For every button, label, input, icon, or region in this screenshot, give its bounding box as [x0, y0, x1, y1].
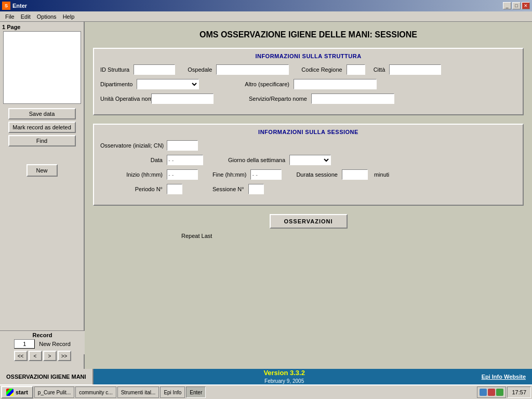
codice-regione-input[interactable]: [347, 64, 365, 75]
mark-deleted-button[interactable]: Mark record as deleted: [8, 122, 76, 133]
content-area: OMS OSSERVAZIONE IGIENE DELLE MANI: SESS…: [85, 22, 532, 384]
system-tray: [477, 387, 506, 398]
main-window: S Enter _ □ ✕ File Edit Options Help 1 P…: [0, 0, 532, 384]
date-text: February 9, 2005: [264, 378, 304, 384]
new-record-label: New Record: [39, 341, 71, 347]
status-center: Version 3.3.2 February 9, 2005: [94, 369, 475, 384]
windows-logo-icon: [6, 389, 14, 396]
menu-file[interactable]: File: [2, 12, 18, 21]
save-button[interactable]: Save data: [8, 108, 76, 119]
unita-operativa-input[interactable]: [151, 94, 214, 104]
fine-input[interactable]: [250, 169, 282, 180]
nav-first-button[interactable]: <<: [14, 351, 28, 361]
title-bar-controls: _ □ ✕: [503, 2, 530, 9]
altro-label: Altro (specificare): [245, 81, 289, 87]
record-label: Record: [33, 332, 52, 338]
struttura-row1: ID Struttura Ospedale Codice Regione Cit…: [100, 64, 516, 75]
periodo-input[interactable]: [167, 184, 182, 194]
close-button[interactable]: ✕: [522, 2, 530, 9]
id-struttura-input[interactable]: [134, 64, 175, 75]
title-bar: S Enter _ □ ✕: [0, 0, 532, 11]
codice-regione-label: Codice Regione: [301, 66, 342, 73]
sessione-row2: Data Giorno della settimana Lunedì Marte…: [100, 155, 516, 165]
struttura-section: INFORMAZIONI SULLA STRUTTURA ID Struttur…: [93, 48, 524, 115]
tray-icon-2: [488, 389, 495, 396]
page-thumbnail: [3, 31, 81, 104]
osservatore-label: Osservatore (iniziali; CN): [100, 142, 163, 149]
struttura-row3: Unità Operativa nome Servizio/Reparto no…: [100, 94, 516, 104]
start-label: start: [16, 389, 28, 395]
sessione-section: INFORMAZIONI SULLA SESSIONE Osservatore …: [93, 124, 524, 206]
record-number-input[interactable]: [14, 339, 35, 349]
page-title: OMS OSSERVAZIONE IGIENE DELLE MANI: SESS…: [93, 30, 524, 39]
nav-last-button[interactable]: >>: [58, 351, 71, 361]
new-button[interactable]: New: [26, 164, 58, 177]
app-icon: S: [2, 2, 10, 10]
taskbar: start p_Cure Pulit... community c... Str…: [0, 384, 532, 399]
osservazioni-button[interactable]: OSSERVAZIONI: [270, 214, 348, 229]
sessione-section-title: INFORMAZIONI SULLA SESSIONE: [100, 129, 516, 135]
find-button[interactable]: Find: [8, 135, 76, 147]
data-input[interactable]: [167, 155, 203, 165]
durata-label: Durata sessione: [296, 171, 338, 178]
sessione-row1: Osservatore (iniziali; CN): [100, 140, 516, 151]
servizio-reparto-input[interactable]: [311, 94, 394, 104]
page-label: 1 Page: [2, 24, 20, 30]
giorno-settimana-label: Giorno della settimana: [228, 157, 285, 163]
sessione-input[interactable]: [248, 184, 264, 194]
menu-edit[interactable]: Edit: [18, 12, 34, 21]
struttura-section-title: INFORMAZIONI SULLA STRUTTURA: [100, 53, 516, 59]
tray-icon-3: [496, 389, 503, 396]
menu-bar: File Edit Options Help: [0, 11, 532, 22]
status-left[interactable]: OSSERVAZIONI IGIENE MANI: [0, 369, 94, 384]
menu-help[interactable]: Help: [60, 12, 78, 21]
minimize-button[interactable]: _: [503, 2, 511, 9]
version-text: Version 3.3.2: [263, 369, 305, 377]
dipartimento-select[interactable]: [137, 79, 199, 89]
citta-input[interactable]: [389, 64, 441, 75]
servizio-reparto-label: Servizio/Reparto nome: [249, 96, 307, 102]
id-struttura-label: ID Struttura: [100, 66, 129, 73]
sessione-row4: Periodo N° Sessione N°: [100, 184, 516, 194]
sessione-row3: Inizio (hh:mm) Fine (hh:mm) Durata sessi…: [100, 169, 516, 180]
tray-icon-1: [480, 389, 487, 396]
obs-btn-container: OSSERVAZIONI: [93, 214, 524, 229]
taskbar-item-0[interactable]: p_Cure Pulit...: [34, 387, 74, 398]
repeat-last-label: Repeat Last: [93, 233, 524, 239]
ospedale-input[interactable]: [216, 64, 289, 75]
altro-input[interactable]: [294, 79, 377, 89]
fine-label: Fine (hh:mm): [212, 171, 246, 178]
struttura-row2: Dipartimento Altro (specificare): [100, 79, 516, 89]
nav-next-button[interactable]: >: [43, 351, 57, 361]
giorno-settimana-select[interactable]: Lunedì Martedì Mercoledì Giovedì Venerdì…: [289, 155, 331, 165]
osservatore-input[interactable]: [167, 140, 198, 151]
durata-unit: minuti: [374, 171, 389, 178]
start-button[interactable]: start: [1, 386, 33, 398]
maximize-button[interactable]: □: [512, 2, 521, 9]
nav-prev-button[interactable]: <: [29, 351, 42, 361]
taskbar-item-4[interactable]: Enter: [186, 387, 206, 398]
status-right[interactable]: Epi Info Website: [475, 374, 532, 380]
taskbar-item-1[interactable]: community c...: [75, 387, 116, 398]
dipartimento-label: Dipartimento: [100, 81, 132, 87]
sessione-label: Sessione N°: [212, 186, 244, 192]
inizio-label: Inizio (hh:mm): [100, 171, 163, 178]
record-bar: Record New Record << < > >>: [0, 330, 85, 354]
durata-input[interactable]: [342, 169, 368, 180]
title-bar-text: Enter: [12, 3, 503, 9]
taskbar-item-2[interactable]: Strumenti ital...: [117, 387, 159, 398]
taskbar-item-3[interactable]: Epi Info: [160, 387, 185, 398]
periodo-label: Periodo N°: [100, 186, 163, 192]
inizio-input[interactable]: [167, 169, 198, 180]
clock: 17:57: [507, 387, 531, 398]
menu-options[interactable]: Options: [34, 12, 60, 21]
status-bar: OSSERVAZIONI IGIENE MANI Version 3.3.2 F…: [0, 369, 532, 384]
ospedale-label: Ospedale: [188, 66, 212, 73]
data-label: Data: [100, 157, 163, 163]
unita-operativa-label: Unità Operativa nome: [100, 96, 147, 102]
citta-label: Città: [374, 66, 385, 73]
